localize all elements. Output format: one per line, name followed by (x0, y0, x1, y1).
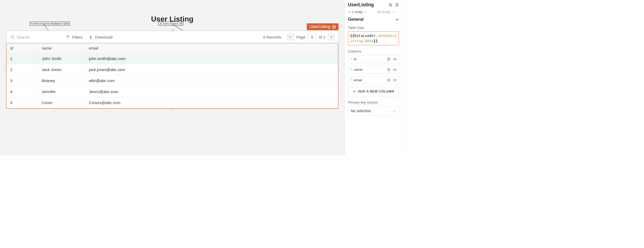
section-general-label: General (348, 17, 364, 22)
gear-icon[interactable] (387, 68, 391, 72)
col-header[interactable]: email (85, 43, 338, 53)
search-icon (10, 35, 15, 39)
download-button[interactable]: Download (88, 35, 113, 39)
property-pane[interactable]: UserListing 1 entity No Entity General T… (345, 0, 402, 155)
page-prev-button[interactable] (287, 34, 294, 40)
chevron-right-icon (330, 35, 333, 39)
chevron-down-icon (396, 11, 399, 14)
code-token: data (365, 39, 374, 43)
entity-count: 1 entity (352, 10, 363, 14)
callout-js-async: JS Async function call (158, 22, 183, 25)
drag-handle-icon[interactable]: ⠿ (350, 68, 352, 71)
search-input[interactable] (17, 35, 46, 39)
table-data-frame: id name email 1 John Smith john.smith@ab… (6, 43, 338, 109)
cell-name: Jennifer (38, 86, 85, 97)
section-general-header[interactable]: General (348, 17, 399, 22)
table-widget[interactable]: Filters Download 8 Records (6, 31, 338, 109)
column-name: email (354, 78, 362, 82)
column-name: name (354, 68, 363, 72)
svg-point-2 (334, 26, 335, 27)
cell-id: 4 (7, 86, 38, 97)
code-token: {{ (350, 34, 354, 38)
filters-button[interactable]: Filters (65, 35, 83, 39)
primary-key-value: No selection. (351, 109, 372, 113)
resize-handle[interactable] (171, 29, 173, 31)
chevron-left-icon (288, 35, 292, 39)
drag-handle-icon[interactable]: ⠿ (350, 57, 352, 61)
code-token: }} (373, 39, 377, 43)
widget-name-badge[interactable]: UserListing (307, 23, 338, 30)
svg-point-16 (388, 80, 389, 81)
table-header-row: id name email (7, 43, 338, 53)
column-name: id (354, 57, 357, 61)
cell-id: 1 (7, 53, 38, 64)
drag-handle-icon[interactable]: ⠿ (350, 78, 352, 82)
table-row[interactable]: 1 John Smith john.smith@abc.com (7, 53, 338, 64)
table-data-label: Table Data (348, 26, 364, 30)
plus-icon (353, 90, 356, 93)
arrow-right-icon (348, 11, 351, 14)
cell-email: Jenns@abc.com (85, 86, 338, 97)
download-icon (88, 35, 93, 39)
code-token: DataLoader (354, 34, 375, 38)
cell-name: Brianey (38, 75, 85, 86)
gear-icon (332, 25, 336, 29)
code-token: . (376, 34, 378, 38)
eye-icon[interactable] (393, 68, 397, 72)
cell-email: eBri@abc.com (85, 75, 338, 86)
column-item[interactable]: ⠿ name (348, 66, 399, 74)
cell-id: 3 (7, 75, 38, 86)
no-entity-label: No Entity (377, 10, 391, 14)
table-row[interactable]: 4 Jennifer Jenns@abc.com (7, 86, 338, 97)
svg-point-13 (394, 59, 395, 60)
cell-id: 5 (7, 97, 38, 108)
cell-id: 2 (7, 64, 38, 75)
add-column-button[interactable]: ADD A NEW COLUMN (348, 87, 399, 96)
cell-name: Jack Jones (38, 64, 85, 75)
primary-key-select[interactable]: No selection. (348, 106, 399, 116)
cell-email: Conors@abc.com (85, 97, 338, 108)
table-toolbar: Filters Download 8 Records (6, 31, 338, 43)
cell-email: john.smith@abc.com (85, 53, 338, 64)
col-header[interactable]: name (38, 43, 85, 53)
arrow-right-icon (392, 11, 395, 14)
resize-handle[interactable] (338, 69, 340, 71)
col-header[interactable]: id (7, 43, 38, 53)
cell-email: jack.jones@abc.com (85, 64, 338, 75)
callout-function-response: Function response displayed in table (30, 22, 70, 25)
code-token: . (363, 39, 365, 43)
outgoing-entity[interactable]: No Entity (377, 10, 399, 14)
columns-label: Columns (348, 49, 361, 53)
trash-icon[interactable] (395, 3, 399, 7)
table-data-input[interactable]: {{DataLoader.showUserListing.data}} (348, 31, 399, 45)
widget-name-text: UserListing (309, 24, 330, 29)
resize-handle[interactable] (5, 69, 7, 71)
svg-point-14 (388, 69, 389, 70)
resize-handle[interactable] (171, 108, 173, 110)
design-canvas[interactable]: Function response displayed in table JS … (0, 0, 345, 155)
chevron-down-icon (364, 11, 367, 14)
property-pane-title: UserListing (348, 2, 374, 8)
incoming-entity[interactable]: 1 entity (348, 10, 367, 14)
gear-icon[interactable] (387, 57, 391, 61)
column-item[interactable]: ⠿ email (348, 76, 399, 84)
page-label: Page (296, 35, 306, 39)
table-row[interactable]: 2 Jack Jones jack.jones@abc.com (7, 64, 338, 75)
gear-icon[interactable] (387, 78, 391, 82)
search-box[interactable] (10, 35, 60, 39)
copy-icon[interactable] (388, 3, 392, 7)
filters-label: Filters (72, 35, 83, 39)
eye-icon[interactable] (393, 57, 397, 61)
chevron-down-icon (393, 109, 396, 113)
svg-point-3 (11, 35, 14, 38)
svg-point-15 (394, 69, 395, 70)
svg-point-17 (394, 80, 395, 81)
table-row[interactable]: 5 Conor Conors@abc.com (7, 97, 338, 108)
table-row[interactable]: 3 Brianey eBri@abc.com (7, 75, 338, 86)
user-table[interactable]: id name email 1 John Smith john.smith@ab… (7, 43, 338, 108)
page-input[interactable] (308, 34, 316, 40)
svg-line-4 (13, 38, 14, 39)
eye-icon[interactable] (393, 78, 397, 82)
column-item[interactable]: ⠿ id (348, 55, 399, 63)
page-next-button[interactable] (328, 34, 335, 40)
